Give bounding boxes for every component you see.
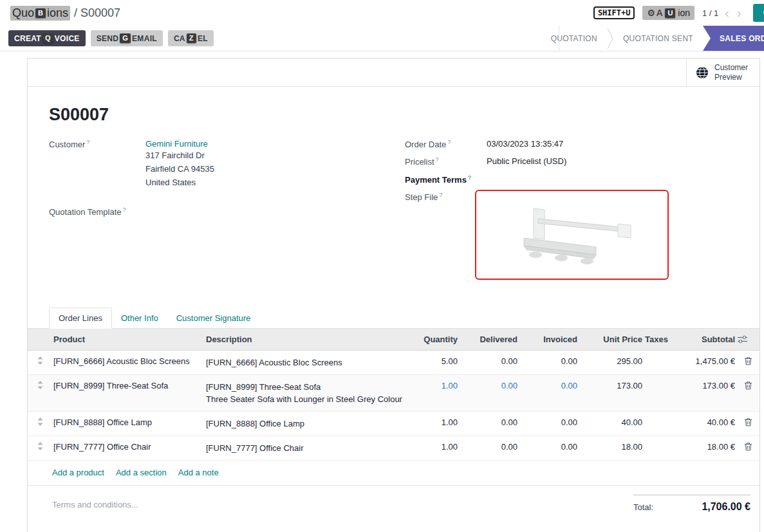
action-menu-button[interactable]: ⚙ AUion	[642, 6, 694, 20]
add-section-link[interactable]: Add a section	[116, 468, 167, 477]
quantity-cell[interactable]: 1.00	[404, 411, 459, 436]
globe-icon	[696, 66, 709, 79]
tab-other-info[interactable]: Other Info	[112, 308, 167, 328]
stage-quotation[interactable]: QUOTATION	[541, 26, 607, 51]
order-date-label: Order Date?	[405, 139, 487, 149]
header-description[interactable]: Description	[205, 329, 404, 351]
taxes-cell[interactable]	[644, 436, 672, 460]
customer-link[interactable]: Gemini Furniture	[145, 139, 208, 149]
invoiced-cell[interactable]: 0.00	[519, 374, 579, 411]
invoiced-cell[interactable]: 0.00	[519, 350, 579, 374]
taxes-cell[interactable]	[644, 374, 672, 411]
invoiced-cell[interactable]: 0.00	[519, 436, 579, 460]
header-quantity[interactable]: Quantity	[404, 329, 459, 351]
statusbar: QUOTATION QUOTATION SENT SALES ORDER	[541, 26, 764, 51]
product-cell[interactable]: [FURN_7777] Office Chair	[52, 436, 205, 460]
delivered-cell[interactable]: 0.00	[459, 374, 519, 411]
create-invoice-label: VOICE	[55, 34, 80, 43]
customer-preview-button[interactable]: Customer Preview	[686, 59, 759, 86]
header-invoiced[interactable]: Invoiced	[519, 329, 579, 351]
order-line-row[interactable]: [FURN_8999] Three-Seat Sofa [FURN_8999] …	[28, 374, 759, 411]
total-label: Total:	[633, 502, 653, 512]
product-cell[interactable]: [FURN_8999] Three-Seat Sofa	[52, 374, 205, 411]
product-cell[interactable]: [FURN_6666] Acoustic Bloc Screens	[52, 350, 205, 374]
order-line-row[interactable]: [FURN_8888] Office Lamp [FURN_8888] Offi…	[28, 411, 759, 436]
total-box: Total: 1,706.00 €	[633, 495, 750, 513]
order-date-field-row: Order Date? 03/03/2023 13:35:47	[405, 139, 734, 149]
breadcrumb: QuoBions / S00007	[10, 6, 120, 21]
send-email-button[interactable]: SENDGEMAIL	[91, 30, 163, 46]
breadcrumb-quotations-link[interactable]: QuoBions	[10, 6, 70, 21]
delivered-cell[interactable]: 0.00	[459, 411, 519, 436]
unit-price-cell[interactable]: 40.00	[579, 411, 644, 436]
top-bar: QuoBions / S00007 SHIFT+U ⚙ AUion 1 / 1 …	[0, 0, 764, 26]
quantity-cell[interactable]: 1.00	[404, 436, 459, 460]
step-file-3d-render	[498, 199, 646, 270]
taxes-cell[interactable]	[644, 350, 672, 374]
optional-columns-button[interactable]	[736, 329, 759, 351]
terms-and-conditions-field[interactable]: Terms and conditions...	[52, 495, 138, 509]
help-icon: ?	[439, 192, 442, 198]
keyboard-hint-badge: B	[35, 8, 46, 18]
description-cell[interactable]: [FURN_8999] Three-Seat Sofa Three Seater…	[205, 374, 404, 411]
customer-preview-label: Preview	[714, 73, 742, 82]
breadcrumb-parent-text: Quo	[12, 6, 34, 20]
product-cell[interactable]: [FURN_8888] Office Lamp	[52, 411, 205, 436]
add-product-link[interactable]: Add a product	[52, 468, 104, 477]
header-unit-price[interactable]: Unit Price	[579, 329, 644, 351]
drag-handle-icon[interactable]	[28, 374, 52, 411]
delivered-cell[interactable]: 0.00	[459, 350, 519, 374]
cancel-button[interactable]: CAZEL	[168, 30, 214, 46]
quotation-template-field-row[interactable]: Quotation Template?	[49, 206, 405, 217]
notebook-tabs: Order Lines Other Info Customer Signatur…	[28, 307, 759, 329]
corner-create-button[interactable]: Cr	[753, 4, 764, 22]
order-line-row[interactable]: [FURN_7777] Office Chair [FURN_7777] Off…	[28, 436, 759, 460]
help-icon: ?	[123, 206, 126, 213]
header-product[interactable]: Product	[52, 329, 205, 351]
invoiced-cell[interactable]: 0.00	[519, 411, 579, 436]
unit-price-cell[interactable]: 295.00	[579, 350, 644, 374]
drag-handle-icon[interactable]	[28, 411, 52, 436]
description-cell[interactable]: [FURN_8888] Office Lamp	[205, 411, 404, 436]
payment-terms-field-row[interactable]: Payment Terms?	[405, 174, 734, 185]
delete-line-button[interactable]	[736, 374, 759, 411]
drag-handle-icon[interactable]	[28, 350, 52, 374]
form-sheet: Customer Preview S00007 Customer? Gemini…	[27, 58, 760, 532]
chevron-left-icon[interactable]: ‹	[723, 6, 731, 19]
taxes-cell[interactable]	[644, 411, 672, 436]
header-subtotal[interactable]: Subtotal	[672, 329, 736, 351]
record-title: S00007	[49, 105, 759, 125]
create-invoice-button[interactable]: CREATQVOICE	[8, 30, 86, 46]
order-date-value[interactable]: 03/03/2023 13:35:47	[487, 139, 563, 149]
sheet-footer: Terms and conditions... Total: 1,706.00 …	[28, 486, 759, 513]
drag-handle-icon[interactable]	[28, 436, 52, 460]
delivered-cell[interactable]: 0.00	[459, 436, 519, 460]
order-line-row[interactable]: [FURN_6666] Acoustic Bloc Screens [FURN_…	[28, 350, 759, 374]
stage-sales-order[interactable]: SALES ORDER	[703, 26, 764, 51]
tab-order-lines[interactable]: Order Lines	[49, 307, 112, 329]
tab-customer-signature[interactable]: Customer Signature	[167, 308, 260, 328]
step-file-preview[interactable]	[475, 190, 669, 280]
unit-price-cell[interactable]: 18.00	[579, 436, 644, 460]
quantity-cell[interactable]: 1.00	[404, 374, 459, 411]
header-taxes[interactable]: Taxes	[644, 329, 672, 351]
delete-line-button[interactable]	[736, 436, 759, 460]
divider	[559, 26, 559, 51]
keyboard-hint-badge: G	[120, 33, 131, 43]
pricelist-value[interactable]: Public Pricelist (USD)	[487, 156, 566, 167]
sheet-header-strip: Customer Preview	[28, 59, 759, 87]
subtotal-cell: 1,475.00 €	[672, 350, 736, 374]
description-cell[interactable]: [FURN_7777] Office Chair	[205, 436, 404, 460]
add-note-link[interactable]: Add a note	[178, 468, 219, 477]
delete-line-button[interactable]	[736, 411, 759, 436]
delete-line-button[interactable]	[736, 350, 759, 374]
description-cell[interactable]: [FURN_6666] Acoustic Bloc Screens	[205, 350, 404, 374]
header-delivered[interactable]: Delivered	[459, 329, 519, 351]
customer-field-row: Customer? Gemini Furniture 317 Fairchild…	[49, 139, 405, 189]
unit-price-cell[interactable]: 173.00	[579, 374, 644, 411]
chevron-right-icon[interactable]: ›	[736, 6, 743, 19]
pager-count: 1 / 1	[702, 8, 718, 18]
quantity-cell[interactable]: 5.00	[404, 350, 459, 374]
columns-toggle-icon	[738, 335, 747, 344]
stage-quotation-sent[interactable]: QUOTATION SENT	[613, 26, 703, 51]
